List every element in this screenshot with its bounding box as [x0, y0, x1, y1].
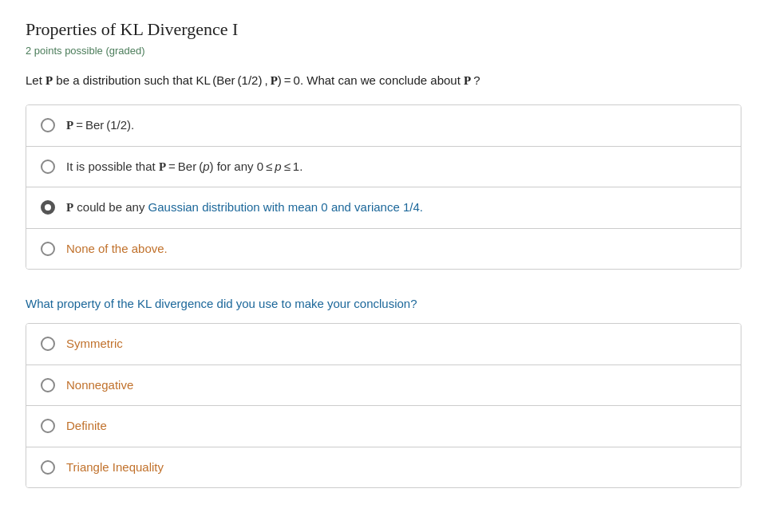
question2-option-definite[interactable]: Definite: [26, 406, 741, 447]
radio-q2-definite: [41, 419, 55, 433]
page-title: Properties of KL Divergence I: [26, 19, 741, 40]
question2-option-nonnegative[interactable]: Nonnegative: [26, 365, 741, 407]
question1-options: P = Ber (1/2). It is possible that P = B…: [26, 104, 741, 270]
radio-q1-a: [41, 118, 55, 132]
radio-q1-c: [41, 200, 55, 215]
question1-option-a[interactable]: P = Ber (1/2).: [26, 105, 741, 147]
radio-q2-triangle: [41, 460, 55, 475]
question2-option-symmetric[interactable]: Symmetric: [26, 324, 741, 365]
question1-option-c[interactable]: P could be any Gaussian distribution wit…: [26, 187, 741, 229]
option-text-q1-a: P = Ber (1/2).: [66, 116, 134, 135]
question1-option-b[interactable]: It is possible that P = Ber (p) for any …: [26, 147, 741, 188]
radio-q2-nonnegative: [41, 378, 55, 392]
option-text-q2-nonnegative: Nonnegative: [66, 376, 133, 395]
option-text-q1-d: None of the above.: [66, 240, 168, 258]
option-text-q2-triangle: Triangle Inequality: [66, 459, 164, 477]
question2-label: What property of the KL divergence did y…: [26, 297, 741, 310]
radio-q2-symmetric: [41, 337, 55, 351]
option-text-q1-b: It is possible that P = Ber (p) for any …: [66, 158, 302, 176]
option-text-q2-definite: Definite: [66, 417, 107, 435]
question1-text: Let P be a distribution such that KL (Be…: [26, 71, 741, 90]
points-label: 2 points possible (graded): [26, 45, 741, 57]
q1-variable-p: P: [45, 74, 53, 87]
question2-options: Symmetric Nonnegative Definite Triangle …: [26, 323, 741, 488]
question2-option-triangle-inequality[interactable]: Triangle Inequality: [26, 447, 741, 488]
question1-option-d[interactable]: None of the above.: [26, 229, 741, 270]
radio-q1-b: [41, 160, 55, 174]
option-text-q2-symmetric: Symmetric: [66, 335, 123, 353]
option-text-q1-c: P could be any Gaussian distribution wit…: [66, 199, 423, 217]
radio-q1-d: [41, 242, 55, 256]
